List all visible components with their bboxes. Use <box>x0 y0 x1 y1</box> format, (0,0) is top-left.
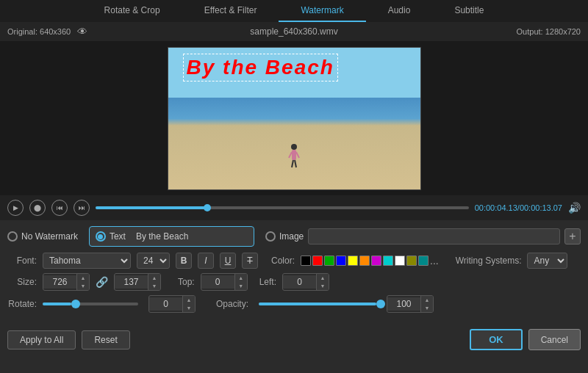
top-input[interactable] <box>201 275 234 289</box>
eye-icon[interactable]: 👁 <box>77 26 87 37</box>
opacity-slider-thumb[interactable] <box>376 300 385 308</box>
color-swatch-teal[interactable] <box>418 256 429 266</box>
rotate-up-arrow[interactable]: ▲ <box>183 296 195 304</box>
svg-rect-1 <box>292 150 296 160</box>
width-up-arrow[interactable]: ▲ <box>77 274 89 282</box>
image-watermark-radio[interactable] <box>265 231 276 242</box>
opacity-up-arrow[interactable]: ▲ <box>421 296 433 304</box>
top-arrows: ▲ ▼ <box>234 274 247 290</box>
rotate-slider[interactable] <box>43 303 138 305</box>
beach-background: By the Beach <box>168 48 420 189</box>
link-icon[interactable]: 🔗 <box>96 276 108 288</box>
underline-button[interactable]: U <box>220 253 236 269</box>
color-swatch-white[interactable] <box>395 256 405 266</box>
filename: sample_640x360.wmv <box>250 26 337 37</box>
progress-thumb[interactable] <box>204 204 211 211</box>
image-path-input[interactable] <box>308 228 560 245</box>
color-swatch-purple[interactable] <box>371 256 381 266</box>
play-button[interactable]: ▶ <box>7 200 24 216</box>
opacity-down-arrow[interactable]: ▼ <box>421 304 433 312</box>
image-watermark-group: Image + <box>265 228 581 245</box>
left-down-arrow[interactable]: ▼ <box>317 282 329 290</box>
tab-audio[interactable]: Audio <box>366 0 433 22</box>
preview-area: By the Beach <box>0 41 588 195</box>
video-frame: By the Beach <box>168 47 421 190</box>
tab-effect-filter[interactable]: Effect & Filter <box>182 0 279 22</box>
image-watermark-option[interactable]: Image <box>265 231 304 242</box>
watermark-preview-text[interactable]: By the Beach <box>183 54 338 82</box>
rotate-value-input[interactable] <box>149 297 182 311</box>
apply-to-all-button[interactable]: Apply to All <box>7 330 76 350</box>
font-row: Font: Tahoma Arial Times New Roman 24 12… <box>7 253 581 269</box>
no-watermark-option[interactable]: No Watermark <box>7 231 78 242</box>
rotate-label: Rotate: <box>7 299 37 309</box>
rotate-down-arrow[interactable]: ▼ <box>183 304 195 312</box>
height-up-arrow[interactable]: ▲ <box>148 274 160 282</box>
tab-watermark[interactable]: Watermark <box>279 0 365 22</box>
italic-button[interactable]: I <box>198 253 214 269</box>
top-down-arrow[interactable]: ▼ <box>235 282 247 290</box>
opacity-arrows: ▲ ▼ <box>420 296 433 312</box>
prev-frame-button[interactable]: ⏮ <box>51 200 68 216</box>
color-swatch-red[interactable] <box>312 256 323 266</box>
opacity-label: Opacity: <box>216 299 248 309</box>
top-up-arrow[interactable]: ▲ <box>235 274 247 282</box>
tab-subtitle[interactable]: Subtitle <box>432 0 506 22</box>
cancel-button[interactable]: Cancel <box>528 329 581 350</box>
tab-bar: Rotate & Crop Effect & Filter Watermark … <box>0 0 588 22</box>
time-display: 00:00:04.13/00:00:13.07 <box>475 203 562 212</box>
left-label: Left: <box>259 277 276 287</box>
color-swatch-green[interactable] <box>324 256 334 266</box>
person-silhouette <box>287 143 301 169</box>
strikethrough-button[interactable]: T <box>242 253 258 269</box>
left-spinner: ▲ ▼ <box>282 273 329 291</box>
text-watermark-radio[interactable] <box>96 231 106 242</box>
height-down-arrow[interactable]: ▼ <box>148 282 160 290</box>
left-up-arrow[interactable]: ▲ <box>317 274 329 282</box>
size-label: Size: <box>7 277 37 287</box>
tab-rotate-crop[interactable]: Rotate & Crop <box>82 0 182 22</box>
original-label: Original: 640x360 <box>7 27 71 36</box>
width-down-arrow[interactable]: ▼ <box>77 282 89 290</box>
image-watermark-label: Image <box>279 231 304 242</box>
color-swatch-olive[interactable] <box>406 256 417 266</box>
text-watermark-group: Text <box>89 226 254 247</box>
no-watermark-label: No Watermark <box>21 231 78 242</box>
font-size-select[interactable]: 24 12 18 36 <box>137 253 170 269</box>
width-spinner: ▲ ▼ <box>43 273 90 291</box>
stop-button[interactable]: ⬤ <box>29 200 46 216</box>
more-colors-button[interactable]: ... <box>430 255 439 267</box>
width-input[interactable] <box>43 275 76 289</box>
text-watermark-label: Text <box>110 231 126 242</box>
writing-systems-select[interactable]: Any <box>527 253 567 269</box>
opacity-slider[interactable] <box>259 303 376 305</box>
reset-button[interactable]: Reset <box>82 330 129 350</box>
add-image-button[interactable]: + <box>564 228 581 245</box>
progress-fill <box>96 206 207 209</box>
left-arrows: ▲ ▼ <box>316 274 329 290</box>
left-input[interactable] <box>283 275 316 289</box>
volume-icon[interactable]: 🔊 <box>568 202 581 214</box>
height-arrows: ▲ ▼ <box>148 274 160 290</box>
svg-line-5 <box>295 160 296 167</box>
height-input[interactable] <box>115 275 148 289</box>
color-swatch-black[interactable] <box>301 256 311 266</box>
next-frame-button[interactable]: ⏭ <box>74 200 90 216</box>
color-swatch-cyan[interactable] <box>383 256 393 266</box>
color-swatch-yellow[interactable] <box>348 256 358 266</box>
rotate-arrows: ▲ ▼ <box>182 296 195 312</box>
color-swatch-orange[interactable] <box>359 256 370 266</box>
right-buttons: OK Cancel <box>470 329 581 350</box>
opacity-slider-fill <box>259 303 376 305</box>
text-watermark-input[interactable] <box>130 229 248 244</box>
opacity-value-input[interactable] <box>387 297 420 311</box>
text-watermark-option[interactable]: Text <box>96 231 126 242</box>
rotate-slider-thumb[interactable] <box>71 300 80 308</box>
bold-button[interactable]: B <box>176 253 192 269</box>
no-watermark-radio[interactable] <box>7 231 18 242</box>
ok-button[interactable]: OK <box>470 329 523 350</box>
rotate-value-spinner: ▲ ▼ <box>148 295 196 313</box>
font-family-select[interactable]: Tahoma Arial Times New Roman <box>43 253 131 269</box>
progress-bar[interactable] <box>96 206 469 209</box>
color-swatch-blue[interactable] <box>336 256 346 266</box>
